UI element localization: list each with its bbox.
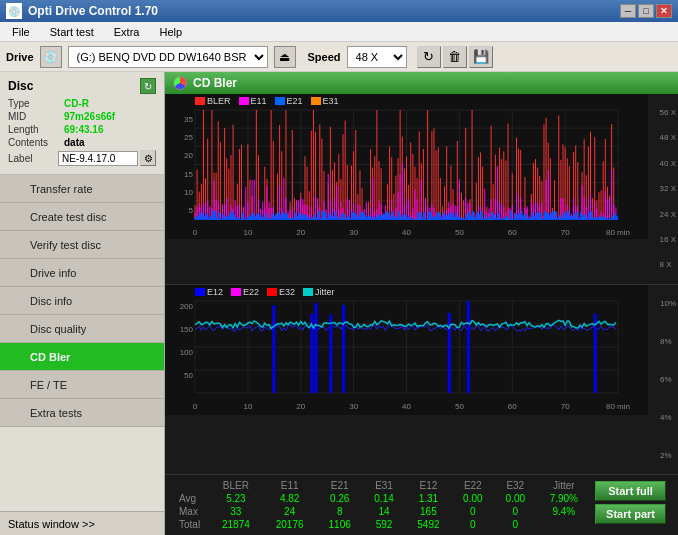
refresh-button[interactable]: ↻ [417, 46, 441, 68]
nav-item-disc-quality[interactable]: Disc quality [0, 315, 164, 343]
y-label: 8 X [660, 260, 676, 269]
y-label-bottom: 10% [660, 299, 676, 308]
stats-cell: 0.14 [363, 492, 406, 505]
drive-select[interactable]: (G:) BENQ DVD DD DW1640 BSRB [68, 46, 268, 68]
stats-cell: 165 [405, 505, 451, 518]
stats-cell: 0.00 [452, 492, 495, 505]
status-window-button[interactable]: Status window >> [0, 511, 164, 535]
y-label: 48 X [660, 133, 676, 142]
nav-item-fe-te[interactable]: FE / TE [0, 371, 164, 399]
stats-table: BLERE11E21E31E12E22E32Jitter Avg5.234.82… [173, 479, 591, 531]
speed-select[interactable]: 48 X [347, 46, 407, 68]
disc-label-key: Label [8, 153, 54, 164]
stats-buttons: Start full Start part [591, 479, 670, 526]
nav-item-disc-info[interactable]: Disc info [0, 287, 164, 315]
stats-header: E32 [494, 479, 537, 492]
nav-label-extra-tests: Extra tests [30, 407, 82, 419]
stats-cell: 7.90% [537, 492, 592, 505]
stats-header [173, 479, 209, 492]
stats-row: Max3324814165009.4% [173, 505, 591, 518]
speed-label: Speed [308, 51, 341, 63]
nav-label-create-test-disc: Create test disc [30, 211, 106, 223]
nav-menu: Transfer rateCreate test discVerify test… [0, 175, 164, 427]
app-icon: 💿 [6, 3, 22, 19]
stats-header: E21 [317, 479, 363, 492]
nav-item-drive-info[interactable]: Drive info [0, 259, 164, 287]
disc-contents-key: Contents [8, 137, 60, 148]
chart-header: CD Bler [165, 72, 678, 94]
close-button[interactable]: ✕ [656, 4, 672, 18]
bottom-legend: E12E22E32Jitter [195, 287, 335, 297]
nav-item-create-test-disc[interactable]: Create test disc [0, 203, 164, 231]
y-label: 16 X [660, 235, 676, 244]
eject-button[interactable]: ⏏ [274, 46, 296, 68]
legend-bottom-jitter: Jitter [303, 287, 335, 297]
stats-cell: 0 [494, 518, 537, 531]
nav-item-transfer-rate[interactable]: Transfer rate [0, 175, 164, 203]
status-window-label: Status window >> [8, 518, 95, 530]
save-button[interactable]: 💾 [469, 46, 493, 68]
chart-title: CD Bler [193, 76, 237, 90]
disc-type-value: CD-R [64, 98, 89, 109]
menu-file[interactable]: File [4, 25, 38, 39]
legend-e11: E11 [239, 96, 267, 106]
start-full-button[interactable]: Start full [595, 481, 666, 501]
menu-extra[interactable]: Extra [106, 25, 148, 39]
nav-item-cd-bler[interactable]: CD Bler [0, 343, 164, 371]
legend-e21: E21 [275, 96, 303, 106]
y-label-bottom: 2% [660, 451, 676, 460]
maximize-button[interactable]: □ [638, 4, 654, 18]
y-label: 40 X [660, 159, 676, 168]
disc-info-icon [8, 294, 24, 308]
stats-cell: 20176 [263, 518, 317, 531]
minimize-button[interactable]: ─ [620, 4, 636, 18]
extra-tests-icon [8, 406, 24, 420]
drive-bar: Drive 💿 (G:) BENQ DVD DD DW1640 BSRB ⏏ S… [0, 42, 678, 72]
y-label-bottom: 4% [660, 413, 676, 422]
stats-cell: 0 [452, 518, 495, 531]
legend-bottom-e32: E32 [267, 287, 295, 297]
disc-label-input[interactable] [58, 151, 138, 166]
drive-label: Drive [6, 51, 34, 63]
fe-te-icon [8, 378, 24, 392]
stats-cell: 592 [363, 518, 406, 531]
title-bar: 💿 Opti Drive Control 1.70 ─ □ ✕ [0, 0, 678, 22]
label-settings-button[interactable]: ⚙ [140, 150, 156, 166]
y-label: 24 X [660, 210, 676, 219]
nav-item-extra-tests[interactable]: Extra tests [0, 399, 164, 427]
stats-cell: 9.4% [537, 505, 592, 518]
nav-label-transfer-rate: Transfer rate [30, 183, 93, 195]
stats-cell: 0.26 [317, 492, 363, 505]
drive-icon: 💿 [40, 46, 62, 68]
clear-button[interactable]: 🗑 [443, 46, 467, 68]
nav-label-fe-te: FE / TE [30, 379, 67, 391]
nav-item-verify-test-disc[interactable]: Verify test disc [0, 231, 164, 259]
stats-row: Avg5.234.820.260.141.310.000.007.90% [173, 492, 591, 505]
stats-cell: 8 [317, 505, 363, 518]
stats-header: E11 [263, 479, 317, 492]
stats-cell: 14 [363, 505, 406, 518]
stats-header: Jitter [537, 479, 592, 492]
verify-test-disc-icon [8, 238, 24, 252]
menu-bar: File Start test Extra Help [0, 22, 678, 42]
menu-start-test[interactable]: Start test [42, 25, 102, 39]
stats-header: BLER [209, 479, 263, 492]
stats-cell: 1106 [317, 518, 363, 531]
y-label-bottom: 8% [660, 337, 676, 346]
menu-help[interactable]: Help [151, 25, 190, 39]
nav-label-verify-test-disc: Verify test disc [30, 239, 101, 251]
disc-length-key: Length [8, 124, 60, 135]
y-label: 32 X [660, 184, 676, 193]
stats-cell: 21874 [209, 518, 263, 531]
nav-label-drive-info: Drive info [30, 267, 76, 279]
cd-bler-icon [8, 350, 24, 364]
top-legend: BLERE11E21E31 [195, 96, 339, 106]
disc-contents-value: data [64, 137, 85, 148]
transfer-rate-icon [8, 182, 24, 196]
stats-row: Total21874201761106592549200 [173, 518, 591, 531]
disc-refresh-button[interactable]: ↻ [140, 78, 156, 94]
stats-row-label: Avg [173, 492, 209, 505]
stats-cell: 5.23 [209, 492, 263, 505]
start-part-button[interactable]: Start part [595, 504, 666, 524]
bottom-chart: E12E22E32Jitter 10%8%6%4%2% [165, 285, 678, 476]
